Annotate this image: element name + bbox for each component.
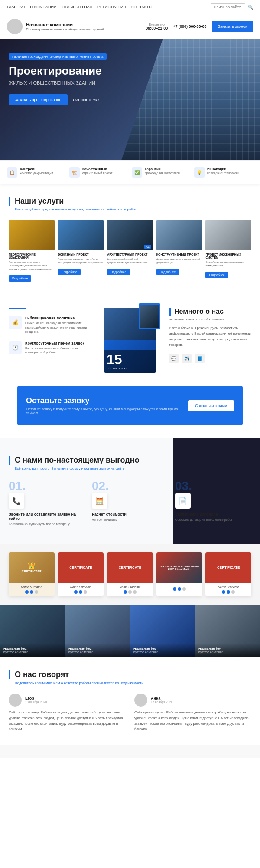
about-accent-image [139,303,160,329]
step-title-0: Звоните или оставляйте заявку на сайте [9,512,85,521]
hero-primary-button[interactable]: Заказать проектирование [9,94,68,105]
feature-icon-0: 📋 [7,167,17,178]
about-feature-title-0: Гибкая ценовая политика [25,316,91,320]
about-title: Немного о нас [169,308,251,316]
portfolio-overlay-1: Название №2 краткое описание [65,643,130,657]
cta-subtitle: Оставьте заявку и получите самую выгодну… [26,407,188,415]
social-whatsapp-icon[interactable]: 💬 [169,354,179,363]
step-icon-0: 📞 [9,493,24,509]
cta-button[interactable]: Связаться с нами [188,400,234,411]
schedule-value: 09:00–21:00 [146,26,168,30]
search-icon[interactable]: 🔍 [248,5,253,10]
cert-label-1: CERTIFICATE [69,566,92,569]
nav-contacts[interactable]: КОНТАКТЫ [131,5,153,9]
cert-card-0: 👑 CERTIFICATE Name Surname [9,552,55,596]
about-divider [9,308,26,309]
portfolio-item-0[interactable]: Название №1 краткое описание [0,605,65,657]
cert-card-1: CERTIFICATE Name Surname [58,552,104,596]
nav-reviews[interactable]: ОТЗЫВЫ О НАС [62,5,92,9]
feature-icon-1: 🏗️ [69,167,80,178]
step-desc-2: Оформим договор на выполнение работ [175,518,251,522]
feature-title-2: Гарантия [145,167,180,171]
about-feature-1: 🕐 Круглосуточный прием заявок Ваша орган… [9,341,91,355]
step-desc-1: мы всё посчитаем [92,518,168,522]
feature-desc-1: строительный проект [82,171,113,175]
cert-label-3: CERTIFICATE OF ACHIEVEMENT 2017 Oliver M… [158,565,201,570]
portfolio-grid: Название №1 краткое описание Название №2… [0,605,260,657]
search-input[interactable] [211,3,245,10]
nav-about[interactable]: О КОМПАНИИ [30,5,56,9]
cert-name-0: Name Surname [11,585,52,589]
service-name-2: АРХИТЕКТУРНЫЙ ПРОЕКТ [107,253,153,256]
portfolio-item-2[interactable]: Название №3 краткое описание [130,605,195,657]
order-call-button[interactable]: Заказать звонок [212,21,253,32]
cert-dot-3-0 [173,587,176,591]
reviewer-name-1: Анна [151,696,172,700]
about-feature-desc-0: Снижение цен благодаря оперативному взаи… [25,321,91,334]
step-title-2: Заключение договора [175,512,251,516]
service-card-1: ЭСКИЗНЫЙ ПРОЕКТ Выполняем эскизное, разр… [58,220,104,282]
service-desc-1: Выполняем эскизное, разработку концепции… [58,257,104,265]
reviewer-info-0: Егор 13 ноября 2020 [9,694,126,707]
cert-dot-3-1 [178,587,181,591]
cert-dots-2 [110,590,150,594]
service-desc-0: Геологические изыскания необходимы для с… [9,260,55,271]
cert-dot-2-2 [133,590,136,594]
social-telegram-icon[interactable]: ✈️ [182,354,192,363]
cert-header-3: CERTIFICATE OF ACHIEVEMENT 2017 Oliver M… [156,552,202,583]
about-left: 💰 Гибкая ценовая политика Снижение цен б… [9,308,91,362]
certificates-section: 👑 CERTIFICATE Name Surname CERTIFICATE N… [0,544,260,605]
nav-registration[interactable]: РЕГИСТРАЦИЯ [98,5,126,9]
cta-wrapper: Оставьте заявку Оставьте заявку и получи… [0,386,260,438]
benefit-step-1: 02. 🧮 Расчет стоимости мы всё посчитаем [92,479,168,526]
cert-label-0: CERTIFICATE [22,570,42,573]
service-btn-4[interactable]: Подробнее [205,272,228,278]
service-card-0: ГЕОЛОГИЧЕСКИЕ ИЗЫСКАНИЯ Геологические из… [9,220,55,282]
reviewer-avatar-0 [9,694,22,707]
review-card-0: Егор 13 ноября 2020 Сайт просто супер. Р… [9,694,126,732]
portfolio-item-3[interactable]: Название №4 краткое описание [195,605,260,657]
cert-dot-4-0 [222,590,225,594]
benefits-content: С нами по-настоящему выгодно Всё до нель… [9,456,251,526]
about-section: 💰 Гибкая ценовая политика Снижение цен б… [0,295,260,386]
hero-badge: Гарантия прохождения экспертизы выполнен… [9,53,107,60]
about-years-number: 15 [107,352,153,366]
reviewer-date-1: 15 ноября 2020 [151,700,172,704]
service-name-1: ЭСКИЗНЫЙ ПРОЕКТ [58,253,104,256]
cert-dot-4-2 [231,590,235,594]
portfolio-item-1[interactable]: Название №2 краткое описание [65,605,130,657]
cert-label-2: CERTIFICATE [119,566,141,569]
logo-area: Название компании Проектирование жилых и… [7,19,104,34]
services-title: Наши услуги [9,197,251,206]
nav-home[interactable]: ГЛАВНАЯ [7,5,25,9]
portfolio-name-1: Название №2 [68,647,127,651]
service-desc-4: Разработка систем инженерных коммуникаци… [205,260,251,268]
about-socials: 💬 ✈️ 📘 [169,354,251,363]
service-btn-0[interactable]: Подробнее [9,275,31,282]
features-bar: 📋 Контроль качества документации 🏗️ Каче… [0,160,260,184]
hero-secondary-button[interactable]: в Москве и МО [72,98,99,102]
cert-card-4: CERTIFICATE Name Surname [205,552,251,596]
service-btn-1[interactable]: Подробнее [58,269,81,275]
review-text-1: Сайт просто супер. Работа молодых делает… [134,710,251,732]
service-btn-3[interactable]: Подробнее [156,269,179,275]
cert-dot-0-1 [30,590,33,594]
benefits-subtitle: Всё до нельзя просто. Заполните форму и … [9,467,251,470]
cta-text: Оставьте заявку Оставьте заявку и получи… [26,396,188,415]
portfolio-overlay-3: Название №4 краткое описание [195,643,260,657]
social-vk-icon[interactable]: 📘 [195,354,205,363]
schedule-info: Ежедневно 09:00–21:00 [146,23,168,30]
service-desc-3: Адаптация генплана и согласующей докумен… [156,257,202,265]
service-btn-2[interactable]: Подробнее [107,269,130,275]
about-feature-icon-0: 💰 [9,316,22,329]
about-feature-0: 💰 Гибкая ценовая политика Снижение цен б… [9,316,91,334]
feature-text-1: Качественный строительный проект [82,167,113,175]
reviews-subtitle: Поделитесь своим мнением о качестве рабо… [9,681,251,685]
cert-card-2: CERTIFICATE Name Surname [107,552,153,596]
logo-text-group: Название компании Проектирование жилых и… [26,22,104,31]
step-icon-2: 📄 [175,493,191,509]
phone-number: +7 (000) 000-00-00 [173,24,206,29]
cert-dot-2-0 [124,590,127,594]
cert-header-4: CERTIFICATE [205,552,251,583]
about-feature-text-0: Гибкая ценовая политика Снижение цен бла… [25,316,91,334]
